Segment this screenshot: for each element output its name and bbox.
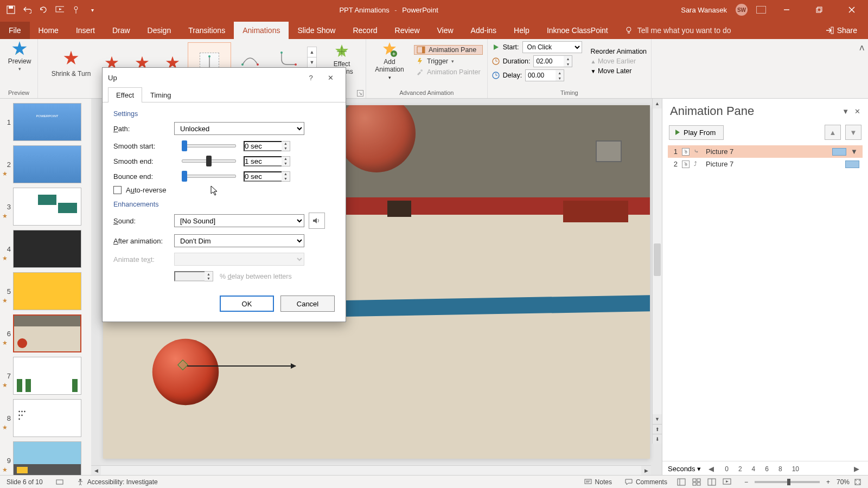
- trigger-button[interactable]: Trigger▾: [414, 57, 483, 66]
- preview-button[interactable]: Preview ▾: [4, 41, 35, 72]
- tab-transitions[interactable]: Transitions: [180, 22, 234, 39]
- sound-preview-button[interactable]: [309, 213, 325, 229]
- tell-me-search[interactable]: Tell me what you want to do: [617, 22, 739, 39]
- undo-icon[interactable]: [23, 5, 31, 14]
- duration-spinner[interactable]: ▲▼: [564, 55, 572, 67]
- motion-path-arrow[interactable]: [187, 365, 296, 367]
- dialog-close-button[interactable]: ✕: [321, 68, 340, 87]
- tab-record[interactable]: Record: [344, 22, 386, 39]
- maximize-button[interactable]: [807, 0, 831, 20]
- help-button[interactable]: ?: [301, 68, 321, 87]
- zoom-out-button[interactable]: −: [741, 478, 751, 486]
- auto-reverse-checkbox[interactable]: Auto-reverse: [113, 186, 335, 194]
- section-icon[interactable]: [49, 478, 70, 486]
- slideshow-view-button[interactable]: [719, 477, 735, 487]
- tab-design[interactable]: Design: [139, 22, 180, 39]
- sorter-view-button[interactable]: [689, 477, 704, 487]
- tab-review[interactable]: Review: [386, 22, 429, 39]
- smooth-end-spinner[interactable]: ▲▼: [282, 156, 290, 166]
- cancel-button[interactable]: Cancel: [280, 296, 335, 312]
- slide-thumb-3[interactable]: [13, 188, 81, 226]
- minimize-button[interactable]: [775, 0, 799, 20]
- play-from-button[interactable]: Play From: [669, 125, 724, 140]
- sound-select[interactable]: [No Sound]: [174, 214, 304, 227]
- qat-more-icon[interactable]: ▾: [88, 5, 97, 14]
- bounce-end-input[interactable]: [244, 171, 282, 182]
- item-dropdown[interactable]: ▼: [851, 147, 859, 156]
- user-avatar[interactable]: SW: [736, 4, 748, 16]
- timeline-prev[interactable]: ◀: [709, 465, 717, 473]
- dialog-tab-effect[interactable]: Effect: [108, 87, 142, 102]
- smooth-end-slider[interactable]: [182, 156, 236, 166]
- tab-animations[interactable]: Animations: [234, 21, 289, 39]
- slide-thumb-7[interactable]: [13, 357, 81, 395]
- share-button[interactable]: Share: [821, 22, 868, 39]
- slide-counter[interactable]: Slide 6 of 10: [0, 478, 49, 486]
- bounce-end-slider[interactable]: [182, 171, 236, 182]
- timeline-next[interactable]: ▶: [854, 465, 863, 473]
- animation-pane-toggle[interactable]: Animation Pane: [414, 45, 483, 55]
- tab-help[interactable]: Help: [505, 22, 538, 39]
- dialog-tab-timing[interactable]: Timing: [142, 87, 180, 102]
- normal-view-button[interactable]: [674, 477, 689, 487]
- tab-addins[interactable]: Add-ins: [462, 22, 505, 39]
- animation-group-launcher[interactable]: ↘: [357, 90, 363, 97]
- tab-file[interactable]: File: [0, 22, 30, 39]
- basketball-bottom[interactable]: [152, 339, 219, 405]
- accessibility-status[interactable]: Accessibility: Investigate: [70, 478, 164, 486]
- seconds-label[interactable]: Seconds ▾: [668, 465, 701, 473]
- tab-insert[interactable]: Insert: [67, 22, 104, 39]
- move-up-button[interactable]: ▲: [825, 125, 841, 140]
- user-name[interactable]: Sara Wanasek: [681, 6, 727, 14]
- redo-icon[interactable]: [39, 5, 48, 14]
- tab-slide-show[interactable]: Slide Show: [289, 22, 344, 39]
- pane-close-icon[interactable]: ✕: [854, 107, 860, 115]
- smooth-start-input[interactable]: [244, 141, 282, 151]
- add-animation-button[interactable]: + Add Animation▾: [371, 41, 409, 80]
- after-animation-select[interactable]: Don't Dim: [174, 234, 304, 247]
- ribbon-display-icon[interactable]: [756, 6, 766, 14]
- slide-thumb-1[interactable]: POWERPOINT: [13, 103, 81, 141]
- tab-home[interactable]: Home: [30, 22, 67, 39]
- zoom-slider[interactable]: [755, 481, 820, 483]
- ok-button[interactable]: OK: [220, 296, 274, 312]
- notes-button[interactable]: Notes: [578, 478, 618, 486]
- delay-input[interactable]: [525, 69, 556, 81]
- bounce-end-spinner[interactable]: ▲▼: [282, 171, 290, 182]
- zoom-value[interactable]: 70%: [837, 478, 850, 486]
- comments-button[interactable]: Comments: [618, 478, 674, 486]
- slide-thumb-8[interactable]: ✦✦✦✦✦✦: [13, 399, 81, 437]
- slide-thumb-4[interactable]: [13, 230, 81, 268]
- start-select[interactable]: On Click: [522, 41, 582, 53]
- move-down-button[interactable]: ▼: [845, 125, 861, 140]
- horizontal-scrollbar[interactable]: ◀ ▶: [91, 465, 651, 475]
- dialog-titlebar[interactable]: Up ? ✕: [103, 68, 346, 87]
- reading-view-button[interactable]: [704, 477, 719, 487]
- move-later-button[interactable]: ▼ Move Later: [591, 67, 647, 75]
- smooth-start-spinner[interactable]: ▲▼: [282, 141, 290, 151]
- pane-options-icon[interactable]: ▼: [842, 107, 849, 115]
- smooth-end-input[interactable]: [244, 156, 282, 166]
- duration-input[interactable]: [533, 55, 564, 67]
- close-button[interactable]: [840, 0, 864, 20]
- tab-view[interactable]: View: [429, 22, 462, 39]
- slide-thumb-2[interactable]: [13, 145, 81, 183]
- anim-item-1[interactable]: 1 🖱 ⤷ Picture 7 ▼: [668, 145, 863, 158]
- smooth-start-slider[interactable]: [182, 140, 236, 151]
- zoom-in-button[interactable]: +: [823, 478, 833, 486]
- path-select[interactable]: Unlocked: [174, 122, 304, 135]
- tab-classpoint[interactable]: Inknoe ClassPoint: [538, 22, 617, 39]
- vertical-scrollbar[interactable]: ▲ ▼ ⬆ ⬇: [652, 99, 662, 444]
- fit-to-window-button[interactable]: [854, 478, 861, 486]
- delay-spinner[interactable]: ▲▼: [556, 69, 564, 81]
- slide-thumbnails[interactable]: 1POWERPOINT 2★ 3★ 4★ 5★ 6★ 7★ 8★✦✦✦✦✦✦ 9…: [0, 99, 91, 475]
- tab-draw[interactable]: Draw: [104, 22, 139, 39]
- collapse-ribbon-button[interactable]: ʌ: [855, 39, 868, 98]
- touch-mode-icon[interactable]: [72, 5, 80, 14]
- anim-shrink-turn[interactable]: Shrink & Turn: [46, 42, 97, 84]
- slide-thumb-6[interactable]: [13, 314, 81, 352]
- present-icon[interactable]: [55, 5, 64, 14]
- autosave-icon[interactable]: [7, 5, 15, 14]
- slide-thumb-9[interactable]: [13, 441, 81, 475]
- anim-item-2[interactable]: 2 🖱 ⤴ Picture 7: [668, 158, 863, 170]
